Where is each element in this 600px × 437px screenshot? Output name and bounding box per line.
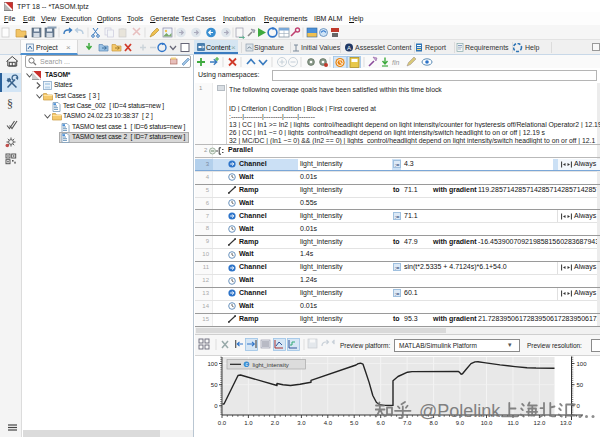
svg-text:100: 100 [577,361,588,367]
svg-text:100: 100 [207,361,218,367]
svg-text:@Polelink: @Polelink [419,401,501,421]
svg-text:5.0: 5.0 [350,420,359,426]
svg-text:4.0: 4.0 [324,420,333,426]
svg-text:50: 50 [211,382,218,388]
svg-text:light_intensity: light_intensity [253,362,289,368]
svg-text:A: A [347,45,351,51]
svg-text:50: 50 [577,382,584,388]
svg-text:3.0: 3.0 [297,420,306,426]
svg-text:2.0: 2.0 [271,420,280,426]
svg-text:fin: fin [392,59,400,66]
svg-text:0.0: 0.0 [218,420,227,426]
svg-text:1.0: 1.0 [244,420,253,426]
